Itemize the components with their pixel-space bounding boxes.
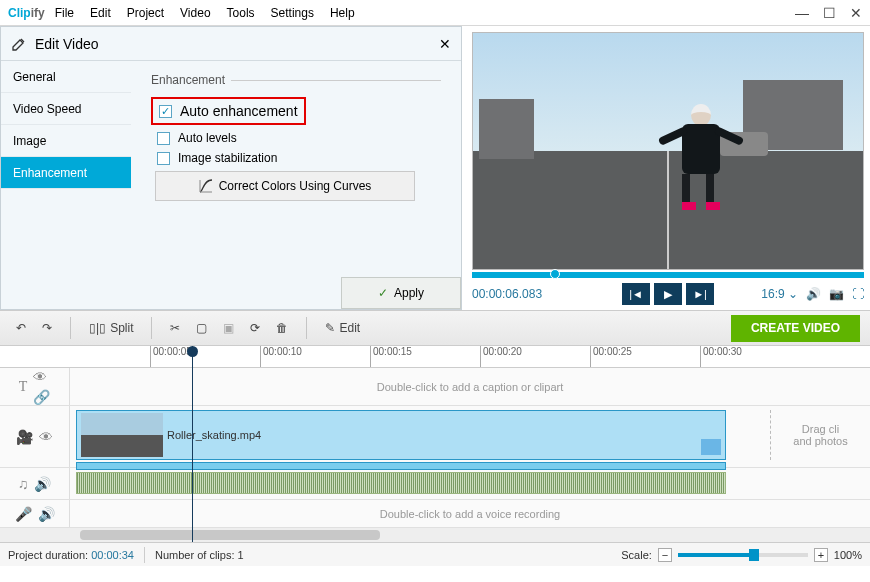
- auto-enhancement-label: Auto enhancement: [180, 103, 298, 119]
- rotate-button[interactable]: ⟳: [244, 317, 266, 339]
- app-name: Clipify: [8, 6, 45, 20]
- panel-title: Edit Video: [35, 36, 99, 52]
- menu-file[interactable]: File: [55, 6, 74, 20]
- timeline-toolbar: ↶ ↷ ▯|▯Split ✂ ▢ ▣ ⟳ 🗑 ✎Edit CREATE VIDE…: [0, 310, 870, 346]
- tab-enhancement[interactable]: Enhancement: [1, 157, 131, 189]
- speaker-icon[interactable]: 🔊: [38, 506, 55, 522]
- eye-icon[interactable]: 👁: [39, 429, 53, 445]
- duration-label: Project duration:: [8, 549, 88, 561]
- fullscreen-icon[interactable]: ⛶: [852, 287, 864, 301]
- menubar: Clipify File Edit Project Video Tools Se…: [0, 0, 870, 26]
- prev-button[interactable]: |◄: [622, 283, 650, 305]
- speaker-icon[interactable]: 🔊: [34, 476, 51, 492]
- edit-icon: [11, 36, 27, 52]
- image-stabilization-row[interactable]: Image stabilization: [151, 151, 441, 165]
- menu-tools[interactable]: Tools: [227, 6, 255, 20]
- tab-image[interactable]: Image: [1, 125, 131, 157]
- drag-drop-zone[interactable]: Drag cli and photos: [770, 410, 870, 460]
- link-icon[interactable]: 🔗: [33, 389, 50, 405]
- play-button[interactable]: ▶: [654, 283, 682, 305]
- timeline-scrollbar[interactable]: [0, 528, 870, 542]
- minimize-icon[interactable]: —: [795, 5, 809, 21]
- scrollbar-thumb[interactable]: [80, 530, 380, 540]
- zoom-out-button[interactable]: −: [658, 548, 672, 562]
- edit-video-panel: Edit Video ✕ General Video Speed Image E…: [0, 26, 462, 310]
- pencil-icon: ✎: [325, 321, 335, 335]
- undo-button[interactable]: ↶: [10, 317, 32, 339]
- menu-project[interactable]: Project: [127, 6, 164, 20]
- progress-knob[interactable]: [550, 269, 560, 279]
- close-icon[interactable]: ✕: [850, 5, 862, 21]
- duration-value: 00:00:34: [91, 549, 134, 561]
- redo-button[interactable]: ↷: [36, 317, 58, 339]
- maximize-icon[interactable]: ☐: [823, 5, 836, 21]
- split-button[interactable]: ▯|▯Split: [83, 317, 139, 339]
- snapshot-icon[interactable]: 📷: [829, 287, 844, 301]
- audio-waveform[interactable]: [76, 472, 726, 494]
- timecode: 00:00:06.083: [472, 287, 542, 301]
- video-track-icon: 🎥: [16, 429, 33, 445]
- edit-button[interactable]: ✎Edit: [319, 317, 366, 339]
- split-icon: ▯|▯: [89, 321, 106, 335]
- timeline: 00:00:05 00:00:10 00:00:15 00:00:20 00:0…: [0, 346, 870, 542]
- caption-track: T 👁🔗 Double-click to add a caption or cl…: [0, 368, 870, 406]
- correct-colors-button[interactable]: Correct Colors Using Curves: [155, 171, 415, 201]
- zoom-slider[interactable]: [678, 553, 808, 557]
- voice-hint: Double-click to add a voice recording: [380, 508, 560, 520]
- volume-icon[interactable]: 🔊: [806, 287, 821, 301]
- chevron-down-icon: ⌄: [788, 287, 798, 301]
- auto-levels-row[interactable]: Auto levels: [151, 131, 441, 145]
- clip-thumbnail: [81, 413, 163, 457]
- apply-button[interactable]: ✓ Apply: [341, 277, 461, 309]
- mic-track-icon: 🎤: [15, 506, 32, 522]
- caption-track-body[interactable]: Double-click to add a caption or clipart: [70, 368, 870, 405]
- text-track-icon: T: [19, 379, 28, 395]
- image-stabilization-checkbox[interactable]: [157, 152, 170, 165]
- preview-image[interactable]: [472, 32, 864, 270]
- auto-enhancement-row[interactable]: Auto enhancement: [151, 97, 306, 125]
- tick: 00:00:30: [700, 346, 742, 367]
- caption-hint: Double-click to add a caption or clipart: [377, 381, 563, 393]
- auto-enhancement-checkbox[interactable]: [159, 105, 172, 118]
- auto-levels-checkbox[interactable]: [157, 132, 170, 145]
- voice-track-body[interactable]: Double-click to add a voice recording: [70, 500, 870, 527]
- menu-settings[interactable]: Settings: [271, 6, 314, 20]
- zoom-knob[interactable]: [749, 549, 759, 561]
- video-clip[interactable]: Roller_skating.mp4: [76, 410, 726, 460]
- tick: 00:00:15: [370, 346, 412, 367]
- crop-button[interactable]: ▢: [190, 317, 213, 339]
- correct-colors-label: Correct Colors Using Curves: [219, 179, 372, 193]
- frame-button[interactable]: ▣: [217, 317, 240, 339]
- drag-hint-1: Drag cli: [802, 423, 839, 435]
- preview-progress[interactable]: [472, 272, 864, 278]
- tick: 00:00:20: [480, 346, 522, 367]
- tick: 00:00:05: [150, 346, 192, 367]
- tick: 00:00:10: [260, 346, 302, 367]
- music-track-icon: ♫: [18, 476, 29, 492]
- video-track-body[interactable]: Roller_skating.mp4 Drag cli and photos: [70, 406, 870, 467]
- clip-name: Roller_skating.mp4: [167, 429, 261, 441]
- menu-edit[interactable]: Edit: [90, 6, 111, 20]
- scale-label: Scale:: [621, 549, 652, 561]
- section-title: Enhancement: [151, 73, 441, 87]
- tab-video-speed[interactable]: Video Speed: [1, 93, 131, 125]
- menu-help[interactable]: Help: [330, 6, 355, 20]
- cut-button[interactable]: ✂: [164, 317, 186, 339]
- scale-value: 100%: [834, 549, 862, 561]
- tick: 00:00:25: [590, 346, 632, 367]
- zoom-in-button[interactable]: +: [814, 548, 828, 562]
- clips-value: 1: [238, 549, 244, 561]
- tab-general[interactable]: General: [1, 61, 131, 93]
- eye-icon[interactable]: 👁: [33, 369, 50, 385]
- create-video-button[interactable]: CREATE VIDEO: [731, 315, 860, 342]
- voice-track: 🎤🔊 Double-click to add a voice recording: [0, 500, 870, 528]
- timeline-ruler[interactable]: 00:00:05 00:00:10 00:00:15 00:00:20 00:0…: [0, 346, 870, 368]
- aspect-ratio[interactable]: 16:9 ⌄: [761, 287, 798, 301]
- delete-button[interactable]: 🗑: [270, 317, 294, 339]
- playhead[interactable]: [192, 346, 193, 542]
- menu-video[interactable]: Video: [180, 6, 210, 20]
- next-button[interactable]: ►|: [686, 283, 714, 305]
- panel-close-icon[interactable]: ✕: [439, 36, 451, 52]
- check-icon: ✓: [378, 286, 388, 300]
- audio-track-body[interactable]: [70, 468, 870, 499]
